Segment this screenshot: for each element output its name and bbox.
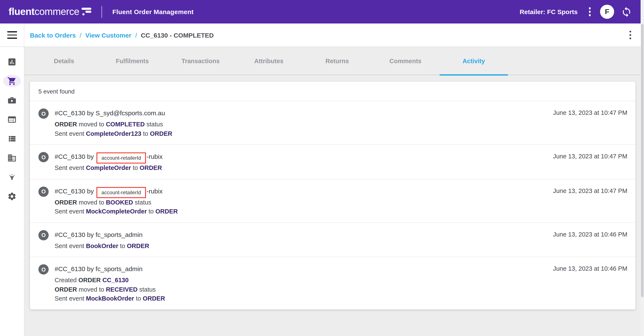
sidebar-item-shopping-cart[interactable] xyxy=(0,71,24,91)
event-text: #CC_6130 by fc_sports_admin xyxy=(55,231,142,238)
order-event-badge-icon: O xyxy=(38,152,49,162)
event-text: Sent event xyxy=(55,130,86,137)
event-text: to xyxy=(141,130,150,137)
event-timestamp: June 13, 2023 at 10:47 PM xyxy=(553,186,627,216)
event-timestamp: June 13, 2023 at 10:46 PM xyxy=(553,229,627,251)
event-body: #CC_6130 byaccount-retailerId-rubixSent … xyxy=(55,152,547,173)
tab-fulfilments[interactable]: Fulfilments xyxy=(98,47,166,75)
event-text: Sent event xyxy=(55,295,86,302)
tab-attributes[interactable]: Attributes xyxy=(235,47,303,75)
order-event-badge-icon: O xyxy=(38,230,49,240)
page-kebab-menu-icon[interactable] xyxy=(627,29,634,41)
account-retailerid-highlight-box: account-retailerId xyxy=(96,152,146,164)
event-keyword: CompleteOrder xyxy=(86,164,131,171)
breadcrumb-separator: / xyxy=(80,31,81,39)
event-title: #CC_6130 by fc_sports_admin xyxy=(55,264,547,274)
funnel-rays-icon xyxy=(7,172,17,182)
event-title: #CC_6130 by S_syd@fcsports.com.au xyxy=(55,108,547,118)
event-text: Sent event xyxy=(55,208,86,215)
avatar[interactable]: F xyxy=(600,5,614,19)
event-text: status xyxy=(145,121,163,128)
event-keyword: BOOKED xyxy=(106,199,133,206)
event-keyword: ORDER xyxy=(143,295,165,302)
tab-details[interactable]: Details xyxy=(30,47,98,75)
scrollbar[interactable] xyxy=(640,0,644,336)
event-text: -rubix xyxy=(146,153,162,160)
tab-returns[interactable]: Returns xyxy=(303,47,371,75)
app-header: fluentcommerce Fluent Order Management R… xyxy=(0,0,644,24)
event-text: status xyxy=(133,199,151,206)
event-text: to xyxy=(147,208,155,215)
tab-transactions[interactable]: Transactions xyxy=(166,47,235,75)
sidebar-item-briefcase-play[interactable] xyxy=(0,91,24,110)
event-text-bold: ORDER xyxy=(78,277,102,283)
event-keyword: RECEIVED xyxy=(106,286,138,293)
scrollbar-thumb[interactable] xyxy=(641,24,644,297)
event-row: O#CC_6130 by fc_sports_adminCreated ORDE… xyxy=(30,257,636,309)
event-line: Sent event MockBookOrder to ORDER xyxy=(55,294,547,303)
event-text: #CC_6130 by fc_sports_admin xyxy=(55,265,142,272)
sidebar-item-settings-gear[interactable] xyxy=(0,187,24,206)
event-text: Sent event xyxy=(55,242,86,249)
event-line: ORDER moved to RECEIVED status xyxy=(55,285,547,294)
breadcrumb: Back to Orders/View Customer/CC_6130 - C… xyxy=(30,31,214,39)
event-text: status xyxy=(138,286,156,293)
event-keyword: BookOrder xyxy=(86,242,118,249)
event-text: #CC_6130 by xyxy=(55,153,94,160)
event-text: Created xyxy=(55,277,78,283)
sidebar-item-web-panel[interactable] xyxy=(0,110,24,129)
sidebar-item-building[interactable] xyxy=(0,148,24,167)
event-keyword: ORDER xyxy=(140,164,162,171)
brand-logo-bold: fluent xyxy=(8,6,34,18)
refresh-icon[interactable] xyxy=(621,6,632,17)
order-event-badge-icon: O xyxy=(38,264,49,274)
breadcrumb-separator: / xyxy=(135,31,137,39)
header-kebab-menu-icon[interactable] xyxy=(586,6,593,18)
main-content: Back to Orders/View Customer/CC_6130 - C… xyxy=(24,24,644,336)
sidebar-item-funnel-rays[interactable] xyxy=(0,167,24,187)
header-divider xyxy=(102,6,102,18)
sidebar-item-bar-chart[interactable] xyxy=(0,52,24,71)
event-line: Sent event CompleteOrder to ORDER xyxy=(55,164,547,173)
event-text: Sent event xyxy=(55,164,86,171)
event-text: to xyxy=(134,295,142,302)
brand-logo[interactable]: fluentcommerce xyxy=(8,6,91,18)
breadcrumb-current: CC_6130 - COMPLETED xyxy=(141,31,214,39)
event-keyword: ORDER xyxy=(155,208,178,215)
event-keyword: CC_6130 xyxy=(102,277,129,283)
event-row: O#CC_6130 by S_syd@fcsports.com.auORDER … xyxy=(30,101,636,145)
event-text: moved to xyxy=(77,286,106,293)
settings-gear-icon xyxy=(7,191,17,201)
account-retailerid-highlight-box: account-retailerId xyxy=(96,187,146,198)
event-title: #CC_6130 byaccount-retailerId-rubix xyxy=(55,152,547,162)
briefcase-play-icon xyxy=(7,95,17,105)
menu-icon[interactable] xyxy=(4,29,20,42)
event-timestamp: June 13, 2023 at 10:46 PM xyxy=(553,264,627,303)
shopping-cart-icon xyxy=(7,76,17,86)
fluent-logo-mark-icon xyxy=(82,7,91,15)
sidebar-item-view-list[interactable] xyxy=(0,129,24,148)
event-keyword: ORDER xyxy=(127,242,149,249)
event-line: Sent event BookOrder to ORDER xyxy=(55,241,547,251)
order-event-badge-icon: O xyxy=(38,186,49,197)
event-line: Sent event CompleteOrder123 to ORDER xyxy=(55,129,547,138)
page: fluentcommerce Fluent Order Management R… xyxy=(0,0,644,336)
bar-chart-icon xyxy=(7,57,17,66)
activity-card: 5 event found O#CC_6130 by S_syd@fcsport… xyxy=(30,82,636,309)
breadcrumb-link[interactable]: Back to Orders xyxy=(30,31,76,39)
view-list-icon xyxy=(7,134,17,143)
event-text-bold: ORDER xyxy=(55,199,77,206)
event-keyword: MockCompleteOrder xyxy=(86,208,147,215)
event-text-bold: ORDER xyxy=(55,286,77,293)
event-title: #CC_6130 by fc_sports_admin xyxy=(55,229,547,240)
building-icon xyxy=(7,153,17,162)
event-row: O#CC_6130 by fc_sports_adminSent event B… xyxy=(30,223,636,257)
event-row: O#CC_6130 byaccount-retailerId-rubixORDE… xyxy=(30,179,636,223)
tab-activity[interactable]: Activity xyxy=(440,47,508,75)
event-line: ORDER moved to COMPLETED status xyxy=(55,120,547,129)
event-keyword: ORDER xyxy=(150,130,172,137)
breadcrumb-link[interactable]: View Customer xyxy=(85,31,131,39)
tab-comments[interactable]: Comments xyxy=(371,47,440,75)
brand-logo-light: commerce xyxy=(34,6,80,18)
event-text: moved to xyxy=(77,121,106,128)
